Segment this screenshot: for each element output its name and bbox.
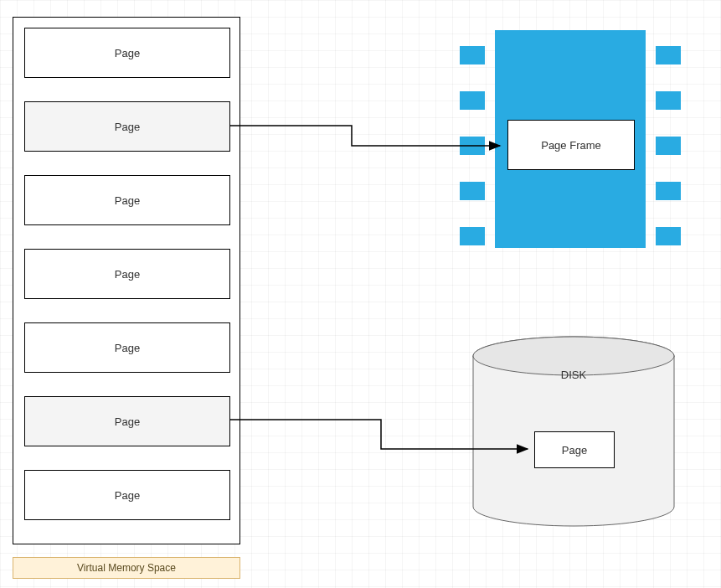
vm-page-2: Page	[24, 175, 230, 225]
disk-page-box: Page	[534, 431, 615, 468]
vm-page-label: Page	[115, 268, 140, 281]
vm-page-label: Page	[115, 342, 140, 354]
vm-page-3: Page	[24, 249, 230, 299]
virtual-memory-label: Virtual Memory Space	[13, 557, 240, 579]
chip-pin-left-2	[460, 137, 485, 155]
disk-label: DISK	[469, 369, 678, 381]
chip-pin-left-0	[460, 46, 485, 64]
vm-page-0: Page	[24, 28, 230, 78]
vm-page-label: Page	[115, 194, 140, 207]
chip-pin-right-4	[656, 227, 681, 245]
vm-page-label: Page	[115, 47, 140, 59]
chip-pin-right-1	[656, 91, 681, 110]
disk-page-label: Page	[562, 444, 587, 456]
vm-page-5: Page	[24, 396, 230, 446]
vm-page-4: Page	[24, 322, 230, 373]
vm-label-text: Virtual Memory Space	[77, 562, 176, 574]
disk-label-text: DISK	[561, 369, 586, 381]
chip-pin-right-3	[656, 182, 681, 200]
vm-page-6: Page	[24, 470, 230, 520]
chip-pin-right-2	[656, 137, 681, 155]
vm-page-label: Page	[115, 489, 140, 502]
vm-page-label: Page	[115, 121, 140, 133]
page-frame-box: Page Frame	[507, 120, 635, 170]
chip-pin-right-0	[656, 46, 681, 64]
chip-pin-left-1	[460, 91, 485, 110]
vm-page-label: Page	[115, 415, 140, 428]
chip-pin-left-4	[460, 227, 485, 245]
vm-page-1: Page	[24, 101, 230, 152]
chip-pin-left-3	[460, 182, 485, 200]
page-frame-label: Page Frame	[541, 139, 601, 152]
virtual-memory-container: Page Page Page Page Page Page Page	[13, 17, 240, 544]
